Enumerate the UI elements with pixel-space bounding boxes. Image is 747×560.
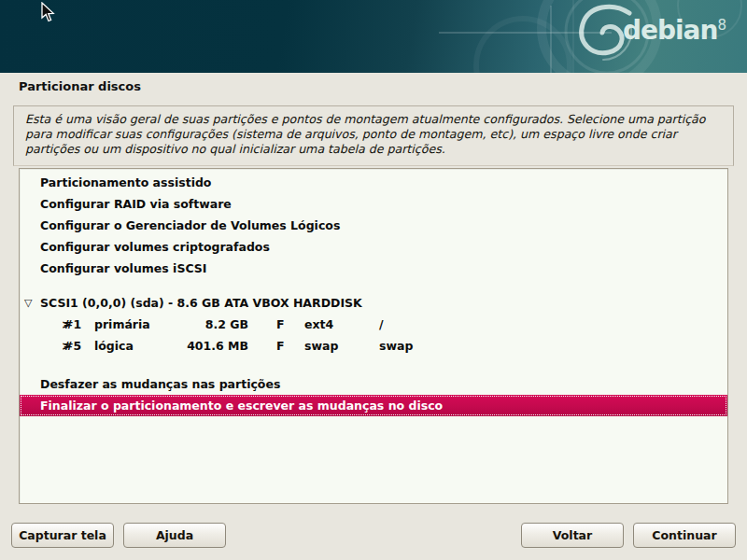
- continue-button[interactable]: Continuar: [633, 523, 736, 548]
- partition-filesystem: swap: [304, 339, 379, 353]
- button-bar: Capturar tela Ajuda Voltar Continuar: [0, 523, 747, 551]
- partition-list: Particionamento assistido Configurar RAI…: [19, 168, 728, 504]
- partition-number: #5: [63, 339, 94, 353]
- list-item-undo-changes[interactable]: Desfazer as mudanças nas partições: [20, 373, 727, 395]
- debian-logo: debian8: [623, 15, 726, 46]
- partition-mountpoint: swap: [379, 339, 413, 353]
- partition-size: 401.6 MB: [174, 339, 248, 353]
- expander-down-icon[interactable]: ▽: [24, 297, 40, 309]
- help-button[interactable]: Ajuda: [123, 523, 226, 548]
- left-button-group: Capturar tela Ajuda: [11, 523, 226, 551]
- list-item-partition-5[interactable]: > #5 lógica 401.6 MB F swap swap: [20, 335, 727, 357]
- partition-format-flag: F: [276, 317, 304, 331]
- partition-type: primária: [94, 317, 174, 331]
- list-item-configure-raid[interactable]: Configurar RAID via software: [20, 193, 727, 215]
- intro-text-box: Esta é uma visão geral de suas partições…: [13, 105, 734, 166]
- list-item-finish-partitioning[interactable]: Finalizar o particionamento e escrever a…: [20, 395, 727, 416]
- debian-logo-text: debian: [623, 15, 718, 46]
- list-item-configure-encrypted[interactable]: Configurar volumes criptografados: [20, 236, 727, 258]
- partition-format-flag: F: [276, 339, 304, 353]
- disk-label: SCSI1 (0,0,0) (sda) - 8.6 GB ATA VBOX HA…: [40, 296, 362, 310]
- page-title: Particionar discos: [19, 79, 141, 93]
- screenshot-button[interactable]: Capturar tela: [11, 523, 114, 548]
- debian-version: 8: [717, 17, 726, 34]
- partition-size: 8.2 GB: [174, 317, 248, 331]
- right-button-group: Voltar Continuar: [521, 523, 736, 551]
- list-item-configure-iscsi[interactable]: Configurar volumes iSCSI: [20, 258, 727, 279]
- back-button[interactable]: Voltar: [521, 523, 624, 548]
- intro-text: Esta é uma visão geral de suas partições…: [25, 112, 706, 156]
- list-item-partition-1[interactable]: > #1 primária 8.2 GB F ext4 /: [20, 314, 727, 335]
- partition-mountpoint: /: [379, 317, 384, 331]
- mouse-cursor-icon: [41, 2, 55, 22]
- list-spacer: [20, 357, 727, 373]
- list-item-disk-sda[interactable]: ▽ SCSI1 (0,0,0) (sda) - 8.6 GB ATA VBOX …: [20, 292, 727, 314]
- partition-marker-icon: >: [20, 339, 63, 353]
- list-spacer: [20, 279, 727, 292]
- partition-number: #1: [63, 317, 94, 331]
- list-item-guided-partitioning[interactable]: Particionamento assistido: [20, 172, 727, 193]
- partition-filesystem: ext4: [304, 317, 379, 331]
- list-item-configure-lvm[interactable]: Configurar o Gerenciador de Volumes Lógi…: [20, 215, 727, 236]
- partition-marker-icon: >: [20, 317, 63, 331]
- installer-banner: debian8: [0, 0, 747, 73]
- partition-type: lógica: [94, 339, 174, 353]
